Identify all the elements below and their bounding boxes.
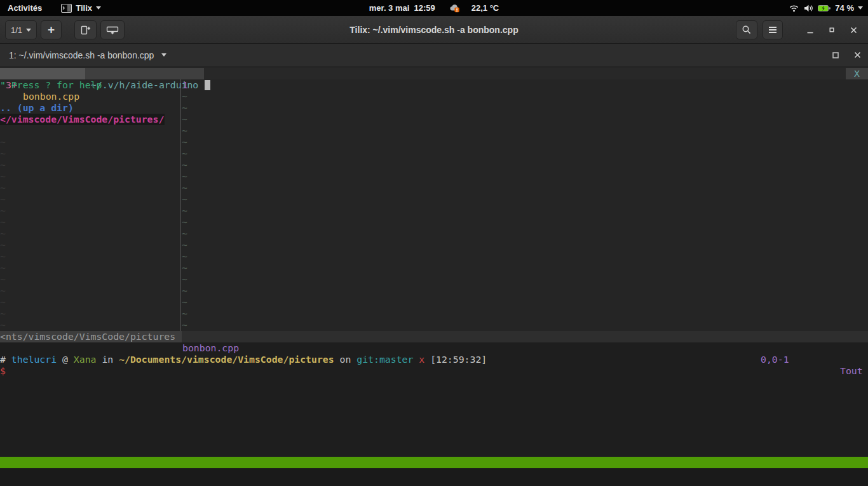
app-menu-label: Tilix (76, 3, 92, 13)
nerdtree-help-line: " Press ? for help (0, 79, 102, 91)
statusline-scroll-position: Tout (840, 365, 863, 377)
buffer-line-number: 1 (182, 79, 188, 91)
statusline-ruler: 0,0-1 (761, 354, 789, 365)
statusline-active: bonbon.cpp 0,0-1 Tout (182, 331, 868, 342)
tilix-header-bar: 1/1 + Tilix: ~/.vim/vimscode.sh -a bonbo… (0, 16, 868, 44)
hamburger-menu-icon (768, 26, 777, 34)
terminal-viewport[interactable]: 3+ bonbon.cpp ~/.v/h/aide-arduino X " Pr… (0, 66, 868, 486)
activities-button[interactable]: Activités (8, 0, 42, 16)
chevron-down-icon (26, 29, 31, 32)
tilix-icon (61, 4, 72, 13)
wifi-icon (789, 3, 799, 13)
clock-button[interactable]: mer. 3 mai 12:59 (369, 0, 435, 16)
minimize-button[interactable] (802, 22, 818, 38)
gnome-top-bar: Activités Tilix mer. 3 mai 12:59 (0, 0, 868, 16)
app-menu-button[interactable]: Tilix (61, 0, 101, 16)
weather-indicator[interactable]: 22,1 °C (449, 0, 499, 16)
shell-prompt-line: # thelucri @ Xana in ~/Documents/vimscod… (0, 354, 487, 365)
vim-cmdline-area (0, 468, 868, 486)
search-button[interactable] (736, 20, 757, 39)
split-right-icon (80, 25, 91, 36)
tab-filename: bonbon.cpp (23, 91, 79, 102)
vim-tab-aide-arduino[interactable]: ~/.v/h/aide-arduino (85, 68, 204, 79)
menu-button[interactable] (763, 20, 783, 39)
nerdtree-tilde-column: ~~~~~~~~~~~~~~~~~ (0, 137, 6, 331)
battery-percent-label: 74 % (835, 3, 854, 13)
vim-tabline: 3+ bonbon.cpp ~/.v/h/aide-arduino X (0, 68, 868, 79)
chevron-down-icon (858, 6, 863, 10)
chevron-down-icon (161, 53, 166, 57)
close-button[interactable] (845, 22, 862, 38)
split-down-button[interactable] (100, 20, 125, 39)
volume-icon (803, 3, 814, 13)
activities-label: Activités (8, 3, 42, 13)
chevron-down-icon (96, 6, 101, 10)
statusline-filename: bonbon.cpp (182, 342, 239, 354)
system-status-area[interactable]: 74 % (789, 0, 863, 16)
split-right-button[interactable] (74, 20, 97, 39)
vim-tabline-close[interactable]: X (846, 68, 868, 79)
terminal-statusline: !/usr/bin/zsh [thelucri@Xana:~/Documents… (0, 457, 868, 468)
search-icon (742, 25, 752, 35)
nerdtree-up-dir-line[interactable]: .. (up a dir) (0, 102, 74, 114)
vim-vertical-split[interactable] (180, 79, 181, 331)
buffer-tilde-column: ~~~~~~~~~~~~~~~~~~~~~ (182, 91, 187, 331)
terminal-title-button[interactable]: 1: ~/.vim/vimscode.sh -a bonbon.cpp (9, 44, 166, 66)
maximize-button[interactable] (824, 22, 840, 38)
new-session-button[interactable]: + (41, 20, 62, 39)
shell-prompt-char: $ (0, 365, 6, 377)
temperature-label: 22,1 °C (471, 3, 499, 13)
terminal-title-label: 1: ~/.vim/vimscode.sh -a bonbon.cpp (9, 50, 154, 60)
vim-background (0, 66, 868, 342)
session-switcher-button[interactable]: 1/1 (5, 20, 37, 39)
vim-cursor-block (205, 80, 210, 90)
nerdtree-root-line[interactable]: </vimscode/VimsCode/pictures/ (0, 114, 165, 125)
session-counter-label: 1/1 (11, 25, 22, 35)
battery-icon (818, 4, 831, 13)
clock-label: mer. 3 mai 12:59 (369, 3, 435, 13)
vim-tab-bonbon[interactable]: 3+ bonbon.cpp (0, 68, 85, 79)
terminal-close-button[interactable] (853, 51, 862, 59)
statusline-nerdtree: <nts/vimscode/VimsCode/pictures (0, 331, 182, 342)
terminal-tab-bar: 1: ~/.vim/vimscode.sh -a bonbon.cpp (0, 44, 868, 66)
split-down-icon (106, 25, 119, 36)
terminal-maximize-button[interactable] (832, 51, 839, 59)
